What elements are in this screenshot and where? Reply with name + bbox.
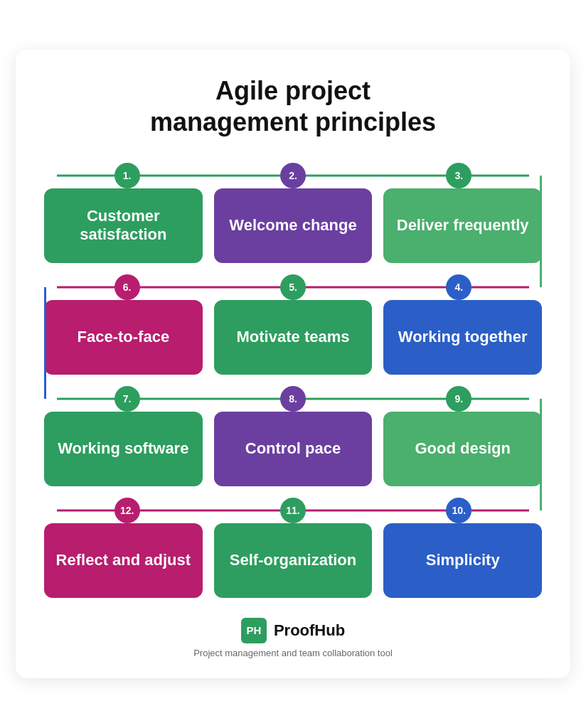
bubble-6: 6. xyxy=(114,274,140,300)
bubble-spacer-3-2: 10. xyxy=(376,498,542,523)
bubble-spacer-0-2: 3. xyxy=(376,163,542,188)
cards-row-1: Customer satisfactionWelcome changeDeliv… xyxy=(44,188,542,263)
principle-card-7: Working software xyxy=(44,412,203,486)
footer: PH ProofHub Project management and team … xyxy=(44,618,542,658)
bubble-spacer-1-1: 5. xyxy=(210,274,375,300)
row-block-2: 6.5.4.Face-to-faceMotivate teamsWorking … xyxy=(44,274,542,375)
bubble-1: 1. xyxy=(114,163,140,188)
h-line-row-3: 7.8.9. xyxy=(44,386,542,412)
cards-row-4: Reflect and adjustSelf-organizationSimpl… xyxy=(44,523,542,598)
principle-card-1: Customer satisfaction xyxy=(44,188,203,263)
bubble-3: 3. xyxy=(446,163,472,188)
bubble-spacer-2-1: 8. xyxy=(210,386,375,412)
principle-card-10: Simplicity xyxy=(383,523,542,598)
principle-card-5: Motivate teams xyxy=(214,300,373,375)
brand-name: ProofHub xyxy=(274,621,345,640)
bubble-10: 10. xyxy=(446,498,472,523)
bubble-8: 8. xyxy=(280,386,306,412)
cards-row-3: Working softwareControl paceGood design xyxy=(44,412,542,486)
ph-logo: PH xyxy=(241,618,267,643)
bubble-spacer-3-0: 12. xyxy=(44,498,210,523)
principle-card-8: Control pace xyxy=(214,412,373,486)
principle-card-12: Reflect and adjust xyxy=(44,523,203,598)
principles-grid: 1.2.3.Customer satisfactionWelcome chang… xyxy=(44,163,542,598)
principle-card-3: Deliver frequently xyxy=(383,188,542,263)
footer-subtitle: Project management and team collaboratio… xyxy=(193,648,393,658)
h-line-row-2: 6.5.4. xyxy=(44,274,542,300)
bubble-spacer-2-2: 9. xyxy=(376,386,542,412)
main-card: Agile project management principles 1.2.… xyxy=(16,50,570,678)
row-block-1: 1.2.3.Customer satisfactionWelcome chang… xyxy=(44,163,542,263)
principle-card-11: Self-organization xyxy=(214,523,373,598)
principle-card-2: Welcome change xyxy=(214,188,373,263)
bubble-spacer-1-0: 6. xyxy=(44,274,210,300)
h-line-row-4: 12.11.10. xyxy=(44,498,542,523)
bubble-7: 7. xyxy=(114,386,140,412)
bubble-4: 4. xyxy=(446,274,472,300)
principle-card-6: Face-to-face xyxy=(44,300,203,375)
bubble-9: 9. xyxy=(446,386,472,412)
bubble-spacer-0-0: 1. xyxy=(44,163,210,188)
row-block-4: 12.11.10.Reflect and adjustSelf-organiza… xyxy=(44,498,542,598)
bubble-spacer-1-2: 4. xyxy=(376,274,542,300)
bubble-12: 12. xyxy=(114,498,140,523)
brand: PH ProofHub xyxy=(241,618,345,643)
page-title: Agile project management principles xyxy=(44,75,542,136)
bubble-spacer-2-0: 7. xyxy=(44,386,210,412)
bubble-5: 5. xyxy=(280,274,306,300)
bubble-11: 11. xyxy=(280,498,306,523)
cards-row-2: Face-to-faceMotivate teamsWorking togeth… xyxy=(44,300,542,375)
principle-card-9: Good design xyxy=(383,412,542,486)
h-line-row-1: 1.2.3. xyxy=(44,163,542,188)
bubble-spacer-3-1: 11. xyxy=(210,498,375,523)
bubble-2: 2. xyxy=(280,163,306,188)
row-block-3: 7.8.9.Working softwareControl paceGood d… xyxy=(44,386,542,486)
bubble-spacer-0-1: 2. xyxy=(210,163,375,188)
principle-card-4: Working together xyxy=(383,300,542,375)
